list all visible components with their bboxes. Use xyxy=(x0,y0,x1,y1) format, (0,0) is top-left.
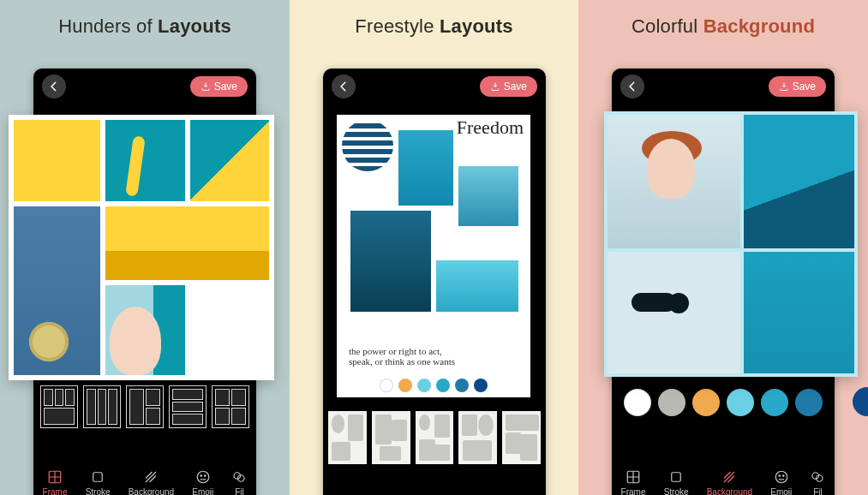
collage-canvas[interactable] xyxy=(604,111,858,377)
color-swatch[interactable] xyxy=(658,389,685,416)
nav-background[interactable]: Background xyxy=(707,469,752,495)
svg-point-3 xyxy=(201,475,202,477)
title-text: Hunders of xyxy=(58,15,158,37)
bottom-nav: Frame Stroke Background Emoji Fil xyxy=(612,461,835,495)
stroke-icon xyxy=(90,469,105,485)
svg-point-4 xyxy=(204,475,206,477)
nav-stroke[interactable]: Stroke xyxy=(664,469,689,495)
nav-emoji[interactable]: Emoji xyxy=(192,469,213,495)
nav-label: Background xyxy=(129,487,174,495)
collage-cell[interactable] xyxy=(190,120,269,201)
save-label: Save xyxy=(214,81,237,92)
freestyle-canvas[interactable]: Freedom the power or right to act, speak… xyxy=(337,115,530,397)
collage-cell[interactable] xyxy=(14,206,100,375)
freestyle-thumb[interactable] xyxy=(458,411,497,464)
layout-thumb[interactable] xyxy=(40,385,78,428)
background-icon xyxy=(721,469,737,485)
nav-label: Fil xyxy=(813,487,823,495)
collage-cell[interactable] xyxy=(105,285,184,375)
nav-label: Emoji xyxy=(192,487,213,495)
nav-frame[interactable]: Frame xyxy=(621,469,646,495)
nav-background[interactable]: Background xyxy=(129,469,174,495)
color-swatch-overflow[interactable] xyxy=(853,387,868,416)
title-text: Colorful xyxy=(632,15,703,37)
filter-icon xyxy=(810,469,825,485)
swatch[interactable] xyxy=(455,379,469,392)
layout-thumb[interactable] xyxy=(83,385,121,428)
collage-cell[interactable] xyxy=(105,120,184,201)
color-swatch[interactable] xyxy=(761,389,788,416)
swatch[interactable] xyxy=(380,379,393,392)
color-swatch[interactable] xyxy=(692,389,720,416)
color-row xyxy=(612,389,835,416)
fs-title-text[interactable]: Freedom xyxy=(457,116,524,139)
frame-icon xyxy=(626,469,641,485)
topbar: Save xyxy=(33,69,256,104)
nav-frame[interactable]: Frame xyxy=(43,469,68,495)
nav-label: Stroke xyxy=(86,487,111,495)
back-button[interactable] xyxy=(332,75,356,98)
save-label: Save xyxy=(793,81,816,92)
panel-background: Colorful Background Save Frame Stroke Ba… xyxy=(578,0,868,495)
color-swatch[interactable] xyxy=(624,389,651,416)
freestyle-thumb[interactable] xyxy=(502,411,541,464)
nav-stroke[interactable]: Stroke xyxy=(86,469,111,495)
collage-cell[interactable] xyxy=(14,120,100,201)
emoji-icon xyxy=(195,469,211,485)
frame-icon xyxy=(47,469,63,485)
save-button[interactable]: Save xyxy=(480,76,537,97)
layout-thumb[interactable] xyxy=(212,385,249,428)
collage-cell[interactable] xyxy=(105,206,269,280)
collage-cell[interactable] xyxy=(744,115,854,248)
nav-label: Emoji xyxy=(770,487,792,495)
title-bold: Layouts xyxy=(158,15,231,37)
panel-title: Freestyle Layouts xyxy=(290,15,578,38)
color-swatch[interactable] xyxy=(727,389,754,416)
back-button[interactable] xyxy=(42,75,66,98)
fs-photo[interactable] xyxy=(458,166,518,226)
arrow-left-icon xyxy=(48,81,60,92)
swatch[interactable] xyxy=(417,379,431,392)
save-button[interactable]: Save xyxy=(769,76,826,97)
title-text: Freestyle xyxy=(355,15,440,37)
collage-cell[interactable] xyxy=(744,252,854,373)
collage-cell[interactable] xyxy=(608,252,740,373)
title-bold: Layouts xyxy=(440,15,513,37)
back-button[interactable] xyxy=(620,75,644,98)
layout-thumb[interactable] xyxy=(126,385,164,428)
freestyle-thumb[interactable] xyxy=(328,411,367,464)
color-swatch[interactable] xyxy=(795,389,823,416)
svg-point-10 xyxy=(779,475,781,477)
nav-label: Stroke xyxy=(664,487,689,495)
nav-filter[interactable]: Fil xyxy=(231,469,247,495)
filter-icon xyxy=(231,469,247,485)
svg-rect-8 xyxy=(672,473,681,482)
panel-freestyle: Freestyle Layouts Save Freedom the power… xyxy=(290,0,578,495)
fs-photo[interactable] xyxy=(342,120,393,171)
fs-photo[interactable] xyxy=(398,130,453,206)
fs-photo[interactable] xyxy=(350,211,431,312)
nav-filter[interactable]: Fil xyxy=(810,469,825,495)
stroke-icon xyxy=(668,469,684,485)
fs-subtitle-text[interactable]: the power or right to act, speak, or thi… xyxy=(349,346,455,367)
panel-title: Hunders of Layouts xyxy=(0,15,290,38)
swatch[interactable] xyxy=(474,379,488,392)
panel-layouts: Hunders of Layouts Save Frame Stroke Bac… xyxy=(0,0,290,495)
topbar: Save xyxy=(323,69,546,104)
layout-templates-row xyxy=(40,385,249,428)
collage-canvas[interactable] xyxy=(9,115,274,380)
download-icon xyxy=(201,81,211,92)
arrow-left-icon xyxy=(338,81,350,92)
layout-thumb[interactable] xyxy=(169,385,207,428)
fs-photo[interactable] xyxy=(436,260,518,312)
freestyle-thumb[interactable] xyxy=(372,411,410,464)
nav-emoji[interactable]: Emoji xyxy=(770,469,792,495)
swatch[interactable] xyxy=(436,379,450,392)
freestyle-templates-row xyxy=(328,411,541,464)
emoji-icon xyxy=(774,469,789,485)
swatch[interactable] xyxy=(398,379,412,392)
collage-cell[interactable] xyxy=(608,115,740,248)
freestyle-thumb[interactable] xyxy=(416,411,454,464)
svg-rect-1 xyxy=(93,473,103,482)
save-button[interactable]: Save xyxy=(190,76,248,97)
